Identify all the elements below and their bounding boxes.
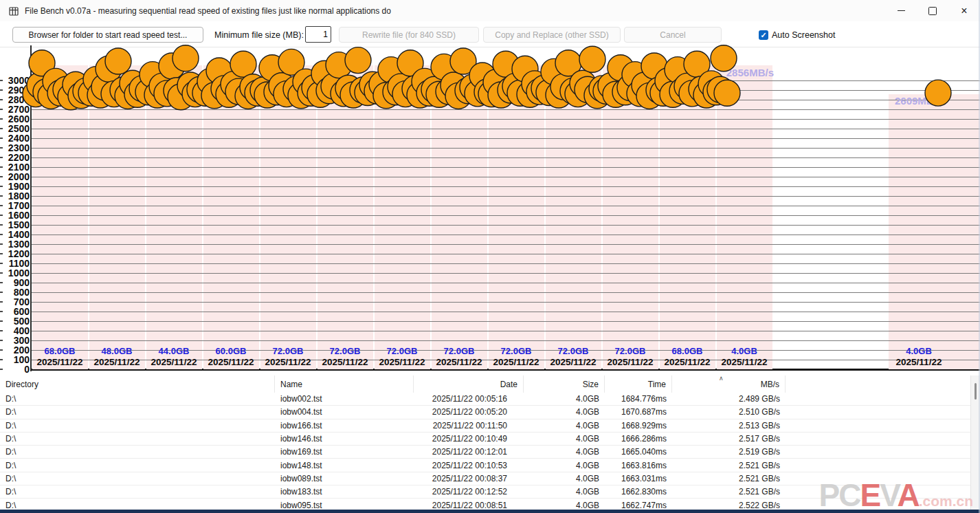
- table-row[interactable]: D:\iobw169.tst2025/11/22 00:12:014.0GB16…: [0, 446, 970, 459]
- y-axis-tick: [0, 138, 3, 139]
- y-axis-tick: [0, 234, 3, 235]
- app-window: File Bench v0.07a - measuring sequential…: [0, 0, 980, 513]
- data-point: [187, 76, 213, 102]
- table-cell: 2025/11/22 00:12:52: [414, 487, 524, 496]
- data-point: [101, 81, 127, 107]
- table-cell: iobw002.tst: [275, 394, 414, 404]
- data-point: [321, 73, 347, 99]
- column-header-time[interactable]: Time: [605, 375, 672, 393]
- window-bottom-edge: [0, 510, 980, 513]
- data-point: [402, 76, 428, 102]
- table-row[interactable]: D:\iobw002.tst2025/11/22 00:05:164.0GB16…: [0, 393, 970, 406]
- column-header-directory[interactable]: Directory: [0, 375, 275, 393]
- gridline: [32, 244, 980, 245]
- data-point: [221, 72, 247, 98]
- gridline: [32, 138, 980, 139]
- window-controls: ×: [885, 0, 980, 21]
- table-cell: D:\: [0, 501, 275, 510]
- table-cell: 1670.687ms: [605, 407, 672, 417]
- data-point: [460, 74, 486, 100]
- data-point: [512, 56, 538, 82]
- column-header-size[interactable]: Size: [524, 375, 605, 393]
- y-axis-tick: [0, 263, 3, 264]
- table-cell: iobw089.tst: [275, 474, 414, 483]
- data-point: [298, 80, 324, 106]
- data-point: [579, 46, 605, 72]
- scrollbar-thumb[interactable]: [975, 383, 977, 400]
- column-header-date[interactable]: Date: [414, 375, 524, 393]
- auto-screenshot-label[interactable]: Auto Screenshot: [772, 30, 835, 40]
- table-cell: 1668.929ms: [605, 421, 672, 430]
- data-point: [570, 70, 596, 96]
- data-point: [627, 80, 653, 107]
- data-point: [650, 80, 676, 106]
- data-point: [421, 76, 447, 102]
- table-row[interactable]: D:\iobw146.tst2025/11/22 00:10:494.0GB16…: [0, 433, 970, 446]
- data-point: [612, 79, 638, 105]
- chart-band: [432, 65, 487, 369]
- x-axis-gb-label: 72.0GB: [482, 346, 550, 356]
- auto-screenshot-checkbox[interactable]: ✓: [759, 30, 768, 40]
- min-file-size-input[interactable]: [305, 26, 331, 43]
- data-point: [589, 76, 615, 102]
- data-point: [689, 76, 715, 102]
- copy-replace-button[interactable]: Copy and Replace (other SSD): [483, 27, 621, 43]
- table-cell: 2.521 GB/s: [672, 461, 786, 470]
- data-point: [302, 75, 328, 101]
- watermark-letter: C: [838, 477, 860, 513]
- gridline: [32, 167, 980, 168]
- minimize-button[interactable]: [885, 0, 917, 21]
- data-point: [436, 78, 462, 105]
- data-point: [58, 84, 84, 110]
- y-axis-label: 1700: [0, 200, 30, 211]
- window-title: File Bench v0.07a - measuring sequential…: [25, 6, 391, 16]
- data-point: [608, 55, 634, 81]
- data-point: [450, 48, 476, 74]
- table-row[interactable]: D:\iobw166.tst2025/11/22 00:11:504.0GB16…: [0, 419, 970, 433]
- table-cell: 2.521 GB/s: [672, 474, 786, 483]
- table-row[interactable]: D:\iobw148.tst2025/11/22 00:10:534.0GB16…: [0, 459, 970, 472]
- y-axis-label: 1500: [0, 219, 30, 230]
- column-header-name[interactable]: Name: [275, 375, 414, 393]
- data-point: [684, 51, 710, 77]
- maximize-button[interactable]: [917, 0, 948, 21]
- x-axis-gb-label: 68.0GB: [653, 346, 722, 356]
- data-point: [669, 78, 695, 104]
- y-axis-label: 2600: [0, 113, 30, 124]
- column-header-mb-s[interactable]: MB/s: [672, 375, 786, 393]
- gridline: [32, 263, 980, 264]
- y-axis-label: 300: [0, 335, 30, 346]
- data-point: [493, 51, 519, 77]
- rewrite-file-button[interactable]: Rewrite file (for 840 SSD): [339, 27, 479, 43]
- data-point: [488, 82, 514, 108]
- y-axis-label: 1400: [0, 229, 30, 240]
- table-cell: 4.0GB: [524, 487, 605, 496]
- data-point: [33, 79, 59, 105]
- y-axis-tick: [0, 128, 3, 129]
- data-point: [149, 73, 175, 99]
- y-axis-label: 2000: [0, 171, 30, 182]
- data-point: [703, 79, 729, 105]
- data-point: [250, 77, 276, 103]
- data-point: [526, 78, 553, 105]
- cancel-button[interactable]: Cancel: [624, 27, 722, 43]
- chart-band: [889, 94, 980, 369]
- data-point: [68, 83, 94, 109]
- close-button[interactable]: ×: [948, 0, 980, 21]
- data-point: [445, 83, 471, 109]
- data-point: [192, 80, 219, 106]
- sort-ascending-icon[interactable]: ∧: [719, 375, 724, 382]
- speed-annotation: 2609MB/s: [895, 95, 942, 107]
- y-axis-label: 2400: [0, 133, 30, 144]
- browse-folder-button[interactable]: Browser for folder to start read speed t…: [12, 27, 203, 43]
- data-point: [259, 55, 285, 81]
- data-point: [655, 68, 681, 94]
- window-titlebar[interactable]: File Bench v0.07a - measuring sequential…: [0, 0, 980, 21]
- table-row[interactable]: D:\iobw004.tst2025/11/22 00:05:204.0GB16…: [0, 406, 970, 419]
- y-axis-tick: [0, 330, 3, 331]
- data-point: [531, 75, 557, 101]
- x-axis-date-label: 2025/11/22: [535, 357, 611, 367]
- data-point: [522, 71, 548, 97]
- y-axis-tick: [0, 224, 3, 226]
- data-point: [660, 81, 686, 107]
